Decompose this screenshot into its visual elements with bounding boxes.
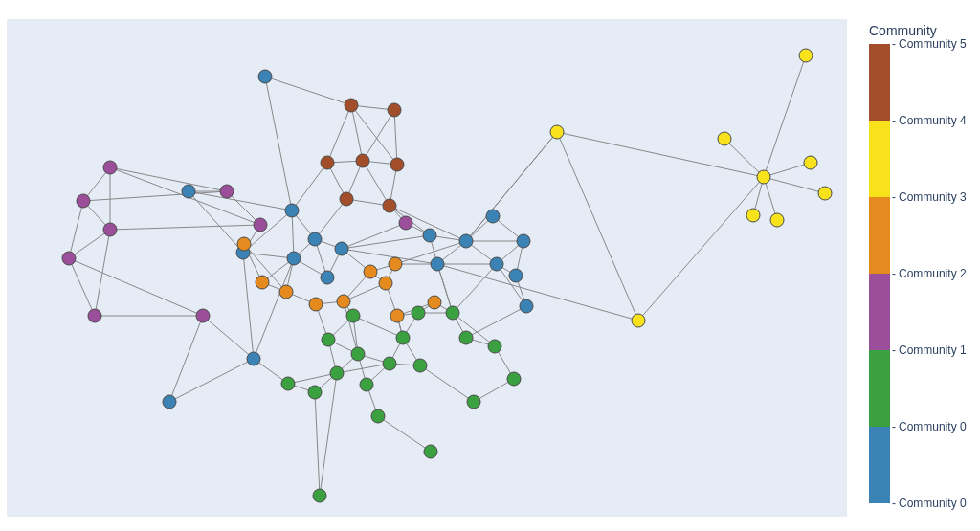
node[interactable] [335, 242, 348, 255]
svg-line-2 [351, 105, 363, 161]
node[interactable] [371, 409, 385, 423]
svg-line-132 [466, 306, 526, 338]
node[interactable] [163, 395, 176, 409]
svg-line-61 [342, 235, 430, 249]
svg-line-1 [327, 105, 351, 163]
svg-line-14 [315, 199, 346, 239]
node[interactable] [258, 70, 272, 83]
legend: Community Community 5Community 4Communit… [869, 23, 974, 503]
node[interactable] [321, 156, 334, 169]
svg-line-54 [292, 210, 294, 258]
svg-line-24 [638, 177, 764, 321]
node[interactable] [799, 49, 813, 62]
node[interactable] [62, 252, 76, 265]
node[interactable] [364, 265, 377, 278]
node[interactable] [322, 333, 335, 346]
node[interactable] [196, 309, 210, 322]
node[interactable] [340, 192, 353, 206]
svg-line-49 [265, 77, 292, 210]
node[interactable] [313, 489, 326, 502]
node[interactable] [388, 103, 401, 117]
node[interactable] [490, 257, 503, 271]
node[interactable] [360, 378, 373, 391]
edges [69, 55, 825, 496]
svg-line-5 [394, 110, 397, 165]
node[interactable] [446, 306, 459, 320]
node[interactable] [390, 309, 404, 322]
node[interactable] [488, 340, 501, 353]
svg-line-10 [363, 161, 390, 206]
node[interactable] [428, 296, 441, 309]
svg-line-50 [189, 191, 243, 253]
node[interactable] [757, 170, 770, 184]
node[interactable] [247, 352, 260, 365]
node[interactable] [379, 277, 392, 290]
node[interactable] [389, 257, 402, 271]
node[interactable] [509, 269, 523, 282]
svg-line-44 [203, 316, 254, 359]
svg-line-85 [453, 264, 497, 313]
node[interactable] [390, 158, 404, 171]
node[interactable] [550, 125, 564, 139]
svg-line-45 [169, 316, 203, 402]
node[interactable] [182, 185, 195, 198]
node[interactable] [431, 257, 444, 271]
node[interactable] [356, 154, 369, 167]
node[interactable] [718, 132, 731, 145]
node[interactable] [337, 295, 350, 308]
node[interactable] [351, 347, 365, 361]
node[interactable] [77, 194, 90, 208]
svg-line-17 [764, 55, 806, 177]
svg-line-20 [764, 177, 825, 193]
svg-line-123 [378, 416, 431, 452]
colorbar-band [869, 274, 890, 350]
node[interactable] [520, 299, 533, 313]
node[interactable] [412, 306, 425, 320]
node[interactable] [308, 386, 322, 399]
node[interactable] [459, 331, 473, 344]
node[interactable] [424, 445, 437, 458]
legend-tick: Community 2 [890, 267, 967, 280]
node[interactable] [383, 357, 396, 370]
node[interactable] [345, 99, 358, 112]
node[interactable] [220, 185, 234, 198]
legend-tick: Community 5 [890, 37, 967, 51]
node[interactable] [103, 223, 117, 236]
node[interactable] [330, 366, 344, 380]
node[interactable] [279, 285, 293, 299]
svg-line-48 [342, 223, 406, 249]
node[interactable] [459, 234, 473, 248]
colorbar-band [869, 427, 890, 503]
node[interactable] [281, 377, 295, 390]
node[interactable] [309, 298, 323, 311]
node[interactable] [237, 237, 251, 251]
node[interactable] [804, 156, 817, 169]
node[interactable] [486, 210, 500, 223]
colorbar-band [869, 121, 890, 197]
network-plot[interactable] [7, 19, 847, 517]
node[interactable] [517, 234, 530, 248]
node[interactable] [346, 309, 360, 322]
node[interactable] [467, 395, 480, 409]
node[interactable] [285, 204, 299, 217]
node[interactable] [383, 199, 396, 212]
node[interactable] [103, 161, 117, 174]
node[interactable] [321, 271, 334, 284]
node[interactable] [507, 372, 521, 386]
node[interactable] [746, 209, 760, 222]
svg-line-23 [557, 132, 764, 177]
node[interactable] [287, 252, 301, 265]
node[interactable] [818, 187, 832, 200]
node[interactable] [632, 314, 645, 327]
node[interactable] [308, 232, 322, 246]
node[interactable] [256, 276, 269, 289]
node[interactable] [88, 309, 101, 322]
node[interactable] [413, 359, 427, 372]
node[interactable] [423, 229, 436, 242]
node[interactable] [399, 216, 412, 230]
svg-line-64 [169, 359, 254, 402]
node[interactable] [396, 331, 410, 344]
node[interactable] [254, 218, 267, 232]
svg-line-109 [315, 392, 320, 496]
node[interactable] [770, 213, 784, 227]
